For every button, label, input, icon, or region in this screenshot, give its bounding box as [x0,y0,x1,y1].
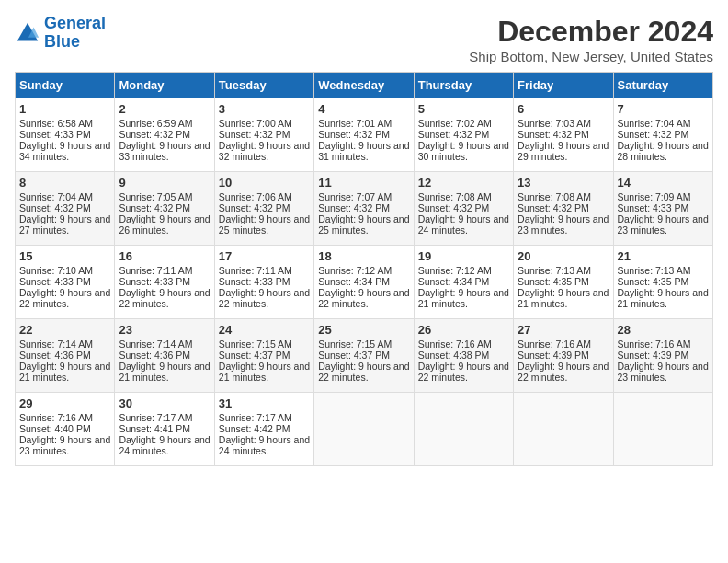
daylight-text: Daylight: 9 hours and 25 minutes. [219,213,310,236]
day-number: 7 [618,102,709,116]
sunset-text: Sunset: 4:39 PM [618,350,689,361]
sunrise-text: Sunrise: 7:07 AM [318,191,392,202]
calendar-cell: 21Sunrise: 7:13 AMSunset: 4:35 PMDayligh… [613,246,712,319]
calendar-cell: 19Sunrise: 7:12 AMSunset: 4:34 PMDayligh… [414,246,513,319]
calendar-cell: 15Sunrise: 7:10 AMSunset: 4:33 PMDayligh… [16,246,115,319]
logo-icon [15,20,40,46]
calendar-cell: 1Sunrise: 6:58 AMSunset: 4:33 PMDaylight… [16,98,115,172]
sunrise-text: Sunrise: 6:59 AM [119,118,192,129]
calendar-cell: 2Sunrise: 6:59 AMSunset: 4:32 PMDaylight… [115,98,214,172]
day-number: 25 [318,323,409,337]
daylight-text: Daylight: 9 hours and 22 minutes. [119,287,210,309]
day-header-thursday: Thursday [414,73,513,98]
sunset-text: Sunset: 4:33 PM [19,129,91,140]
day-number: 9 [119,176,210,190]
calendar-cell: 11Sunrise: 7:07 AMSunset: 4:32 PMDayligh… [314,172,414,246]
day-header-sunday: Sunday [16,73,115,98]
week-row-1: 1Sunrise: 6:58 AMSunset: 4:33 PMDaylight… [16,98,713,172]
daylight-text: Daylight: 9 hours and 21 minutes. [618,287,709,309]
sunrise-text: Sunrise: 6:58 AM [19,118,93,129]
sunrise-text: Sunrise: 7:14 AM [119,339,192,350]
sunset-text: Sunset: 4:32 PM [19,202,91,213]
sunrise-text: Sunrise: 7:03 AM [518,118,591,129]
calendar-cell: 22Sunrise: 7:14 AMSunset: 4:36 PMDayligh… [16,319,115,393]
calendar-cell: 13Sunrise: 7:08 AMSunset: 4:32 PMDayligh… [514,172,613,246]
sunrise-text: Sunrise: 7:06 AM [219,191,292,202]
daylight-text: Daylight: 9 hours and 23 minutes. [618,361,709,383]
day-header-friday: Friday [514,73,613,98]
sunrise-text: Sunrise: 7:12 AM [318,265,392,276]
calendar-cell: 24Sunrise: 7:15 AMSunset: 4:37 PMDayligh… [214,319,313,393]
day-number: 6 [518,102,609,116]
sunset-text: Sunset: 4:37 PM [318,350,390,361]
calendar-cell: 7Sunrise: 7:04 AMSunset: 4:32 PMDaylight… [613,98,712,172]
sunset-text: Sunset: 4:36 PM [119,350,190,361]
day-header-monday: Monday [115,73,214,98]
day-number: 18 [318,249,409,263]
daylight-text: Daylight: 9 hours and 24 minutes. [119,434,210,456]
calendar-cell: 3Sunrise: 7:00 AMSunset: 4:32 PMDaylight… [214,98,313,172]
sunset-text: Sunset: 4:39 PM [518,350,589,361]
day-number: 20 [518,249,609,263]
sunrise-text: Sunrise: 7:09 AM [618,191,691,202]
week-row-3: 15Sunrise: 7:10 AMSunset: 4:33 PMDayligh… [16,246,713,319]
day-number: 19 [418,249,509,263]
calendar-cell: 26Sunrise: 7:16 AMSunset: 4:38 PMDayligh… [414,319,513,393]
daylight-text: Daylight: 9 hours and 29 minutes. [518,140,609,162]
week-row-4: 22Sunrise: 7:14 AMSunset: 4:36 PMDayligh… [16,319,713,393]
day-number: 24 [219,323,310,337]
sunset-text: Sunset: 4:32 PM [119,202,190,213]
sunset-text: Sunset: 4:42 PM [219,423,290,434]
sunset-text: Sunset: 4:33 PM [119,276,190,287]
sunrise-text: Sunrise: 7:17 AM [119,412,192,423]
day-number: 21 [618,249,709,263]
day-number: 10 [219,176,310,190]
daylight-text: Daylight: 9 hours and 28 minutes. [618,140,709,162]
daylight-text: Daylight: 9 hours and 21 minutes. [418,287,509,309]
daylight-text: Daylight: 9 hours and 27 minutes. [19,213,110,236]
day-header-wednesday: Wednesday [314,73,414,98]
sunset-text: Sunset: 4:32 PM [418,202,490,213]
day-number: 8 [19,176,110,190]
daylight-text: Daylight: 9 hours and 22 minutes. [318,287,409,309]
sunrise-text: Sunrise: 7:15 AM [318,339,392,350]
daylight-text: Daylight: 9 hours and 22 minutes. [219,287,310,309]
sunrise-text: Sunrise: 7:17 AM [219,412,292,423]
day-number: 22 [19,323,110,337]
calendar-cell: 4Sunrise: 7:01 AMSunset: 4:32 PMDaylight… [314,98,414,172]
calendar-cell: 23Sunrise: 7:14 AMSunset: 4:36 PMDayligh… [115,319,214,393]
logo: General Blue [15,15,106,52]
sunset-text: Sunset: 4:41 PM [119,423,190,434]
calendar-cell [613,393,712,466]
calendar-cell: 14Sunrise: 7:09 AMSunset: 4:33 PMDayligh… [613,172,712,246]
daylight-text: Daylight: 9 hours and 24 minutes. [418,213,509,236]
calendar-cell: 12Sunrise: 7:08 AMSunset: 4:32 PMDayligh… [414,172,513,246]
week-row-2: 8Sunrise: 7:04 AMSunset: 4:32 PMDaylight… [16,172,713,246]
daylight-text: Daylight: 9 hours and 24 minutes. [219,434,310,456]
daylight-text: Daylight: 9 hours and 22 minutes. [418,361,509,383]
sunrise-text: Sunrise: 7:00 AM [219,118,292,129]
day-number: 27 [518,323,609,337]
day-number: 11 [318,176,409,190]
sunset-text: Sunset: 4:32 PM [318,129,390,140]
sunrise-text: Sunrise: 7:11 AM [119,265,192,276]
sunrise-text: Sunrise: 7:05 AM [119,191,192,202]
daylight-text: Daylight: 9 hours and 23 minutes. [618,213,709,236]
calendar-table: SundayMondayTuesdayWednesdayThursdayFrid… [15,72,713,466]
daylight-text: Daylight: 9 hours and 32 minutes. [219,140,310,162]
week-row-5: 29Sunrise: 7:16 AMSunset: 4:40 PMDayligh… [16,393,713,466]
sunset-text: Sunset: 4:35 PM [618,276,689,287]
daylight-text: Daylight: 9 hours and 21 minutes. [518,287,609,309]
calendar-header: SundayMondayTuesdayWednesdayThursdayFrid… [16,73,713,98]
day-number: 5 [418,102,509,116]
calendar-cell [414,393,513,466]
day-number: 14 [618,176,709,190]
sunrise-text: Sunrise: 7:16 AM [618,339,691,350]
sunset-text: Sunset: 4:38 PM [418,350,490,361]
sunrise-text: Sunrise: 7:01 AM [318,118,392,129]
sunset-text: Sunset: 4:33 PM [19,276,91,287]
sunset-text: Sunset: 4:32 PM [318,202,390,213]
day-number: 16 [119,249,210,263]
sunrise-text: Sunrise: 7:16 AM [418,339,492,350]
sunrise-text: Sunrise: 7:08 AM [518,191,591,202]
